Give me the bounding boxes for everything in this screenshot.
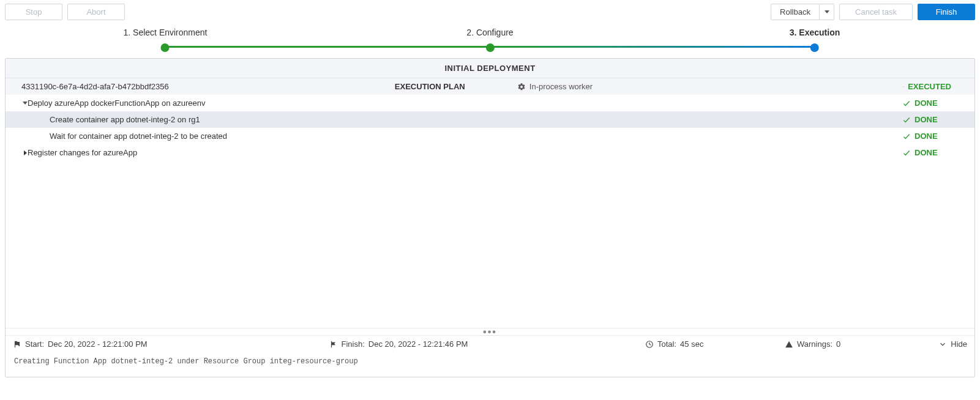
expand-toggle[interactable]: [10, 150, 25, 155]
task-row[interactable]: Register changes for azureAppDONE: [6, 144, 974, 161]
step-execution[interactable]: 3. Execution: [790, 28, 840, 52]
rollback-dropdown-button[interactable]: [820, 4, 834, 20]
start-prefix: Start:: [25, 339, 44, 349]
task-list: 4331190c-6e7a-4d2d-afa7-b472bbdf2356 EXE…: [6, 78, 974, 328]
finish-prefix: Finish:: [342, 339, 365, 349]
toolbar: Stop Abort Rollback Cancel task Finish: [0, 0, 980, 24]
task-label: Register changes for azureApp: [25, 148, 137, 157]
wizard-steps: 1. Select Environment 2. Configure 3. Ex…: [5, 26, 975, 54]
stop-button[interactable]: Stop: [5, 4, 62, 20]
status-badge: DONE: [902, 148, 970, 157]
task-row[interactable]: Deploy azureApp dockerFunctionApp on azu…: [6, 95, 974, 111]
status-text: EXECUTED: [908, 82, 951, 91]
chevron-down-icon: [825, 10, 829, 13]
warnings-prefix: Warnings:: [797, 339, 832, 349]
cancel-task-button[interactable]: Cancel task: [839, 4, 913, 20]
worker-info: In-process worker: [517, 82, 676, 91]
rollback-button[interactable]: Rollback: [771, 4, 820, 20]
step-dot-icon: [161, 43, 170, 52]
warnings-value: 0: [836, 339, 840, 349]
step-label: 1. Select Environment: [124, 28, 208, 37]
status-badge: DONE: [902, 98, 970, 108]
task-label: Create container app dotnet-integ-2 on r…: [47, 115, 200, 124]
check-icon: [902, 99, 911, 108]
check-icon: [902, 149, 911, 157]
deployment-panel: INITIAL DEPLOYMENT 4331190c-6e7a-4d2d-af…: [5, 58, 975, 377]
step-label: 3. Execution: [790, 28, 840, 37]
plan-id: 4331190c-6e7a-4d2d-afa7-b472bbdf2356: [10, 82, 169, 91]
hide-label: Hide: [951, 339, 967, 349]
hide-button[interactable]: Hide: [924, 339, 967, 349]
start-value: Dec 20, 2022 - 12:21:00 PM: [48, 339, 148, 349]
status-text: DONE: [915, 131, 938, 141]
status-text: DONE: [915, 115, 938, 124]
finish-time: Finish: Dec 20, 2022 - 12:21:46 PM: [329, 339, 641, 349]
step-select-environment[interactable]: 1. Select Environment: [124, 28, 208, 52]
status-badge: EXECUTED: [902, 82, 970, 91]
plan-label: EXECUTION PLAN: [395, 82, 517, 91]
finish-value: Dec 20, 2022 - 12:21:46 PM: [368, 339, 468, 349]
total-prefix: Total:: [657, 339, 676, 349]
warning-icon: [785, 340, 793, 349]
status-text: DONE: [915, 98, 938, 108]
expand-toggle[interactable]: [10, 102, 25, 105]
status-text: DONE: [915, 148, 938, 157]
abort-button[interactable]: Abort: [67, 4, 125, 20]
panel-title: INITIAL DEPLOYMENT: [6, 59, 974, 78]
task-row[interactable]: Wait for container app dotnet-integ-2 to…: [6, 128, 974, 144]
finish-button[interactable]: Finish: [918, 4, 975, 20]
status-badge: DONE: [902, 131, 970, 141]
rollback-split-button: Rollback: [771, 4, 834, 20]
step-label: 2. Configure: [466, 28, 513, 37]
ellipsis-icon: •••: [483, 330, 497, 334]
task-label: Deploy azureApp dockerFunctionApp on azu…: [25, 98, 206, 108]
gears-icon: [517, 83, 526, 91]
execution-plan-row[interactable]: 4331190c-6e7a-4d2d-afa7-b472bbdf2356 EXE…: [6, 78, 974, 95]
check-icon: [902, 132, 911, 141]
finish-flag-icon: [329, 340, 338, 349]
worker-label: In-process worker: [529, 82, 593, 91]
total-value: 45 sec: [680, 339, 703, 349]
total-time: Total: 45 sec: [645, 339, 780, 349]
flag-icon: [13, 340, 21, 349]
clock-icon: [645, 340, 654, 349]
log-output: Creating Function App dotnet-integ-2 und…: [6, 352, 974, 377]
splitter-handle[interactable]: •••: [6, 328, 974, 335]
task-row[interactable]: Create container app dotnet-integ-2 on r…: [6, 111, 974, 128]
status-bar: Start: Dec 20, 2022 - 12:21:00 PM Finish…: [6, 335, 974, 352]
warnings: Warnings: 0: [785, 339, 919, 349]
step-dot-icon: [486, 43, 495, 52]
check-icon: [902, 116, 911, 124]
status-badge: DONE: [902, 115, 970, 124]
check-icon: [902, 83, 904, 91]
step-configure[interactable]: 2. Configure: [466, 28, 513, 52]
step-dot-icon: [810, 43, 819, 52]
start-time: Start: Dec 20, 2022 - 12:21:00 PM: [13, 339, 324, 349]
chevron-down-icon: [938, 340, 947, 349]
task-label: Wait for container app dotnet-integ-2 to…: [47, 131, 227, 141]
